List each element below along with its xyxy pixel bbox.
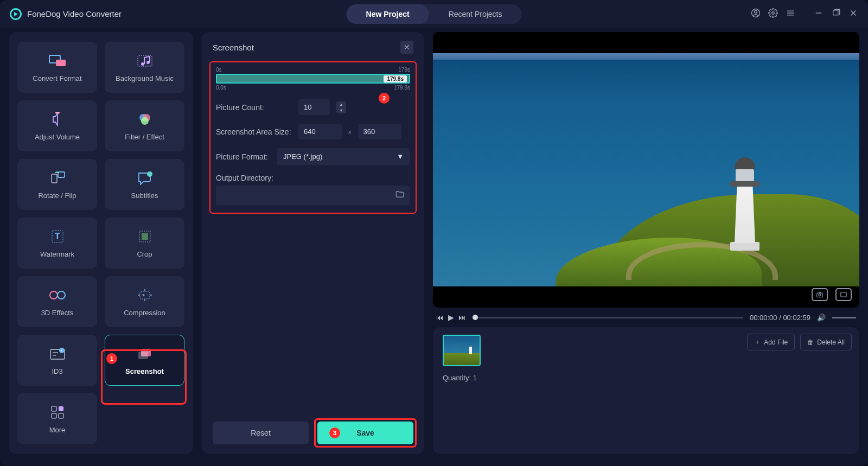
- svg-rect-40: [59, 413, 63, 418]
- tool-label: Screenshot: [125, 367, 164, 375]
- tab-recent-projects[interactable]: Recent Projects: [429, 4, 522, 24]
- timeline[interactable]: 0s179s 179.8s 0.0s179.8s: [216, 67, 410, 91]
- tool-label: Background Music: [116, 74, 174, 82]
- add-file-label: Add File: [764, 339, 788, 346]
- timeline-range-end: 179.8s: [394, 85, 410, 91]
- tool-watermark[interactable]: TWatermark: [17, 218, 97, 269]
- format-value: JPEG (*.jpg): [283, 152, 322, 161]
- background-music-icon: [136, 53, 154, 69]
- save-button[interactable]: 3 Save: [317, 422, 413, 444]
- main-tabs: New Project Recent Projects: [347, 4, 522, 24]
- forward-icon[interactable]: ⏭: [458, 313, 466, 322]
- svg-rect-43: [841, 292, 847, 297]
- tool-panel: Convert FormatBackground MusicAdjust Vol…: [9, 32, 193, 454]
- tool-rotate-flip[interactable]: Rotate / Flip: [17, 159, 97, 210]
- picture-count-stepper[interactable]: ▲▼: [336, 101, 346, 113]
- tool-more[interactable]: More: [17, 393, 97, 444]
- format-select[interactable]: JPEG (*.jpg) ▼: [277, 148, 410, 165]
- timeline-tag: 179.8s: [384, 75, 407, 82]
- file-thumbnail[interactable]: [443, 335, 481, 366]
- delete-all-label: Delete All: [817, 339, 845, 346]
- tool-compression[interactable]: Compression: [105, 276, 184, 327]
- fullscreen-icon[interactable]: [835, 288, 852, 301]
- filter-effect-icon: [136, 111, 154, 127]
- settings-icon[interactable]: [768, 8, 778, 20]
- tool-convert-format[interactable]: Convert Format: [17, 42, 97, 93]
- folder-icon[interactable]: [395, 189, 405, 201]
- minimize-icon[interactable]: [814, 8, 824, 20]
- tool-filter-effect[interactable]: Filter / Effect: [105, 100, 184, 151]
- convert-format-icon: [48, 53, 67, 69]
- svg-rect-7: [833, 10, 838, 15]
- app-logo: FoneDog Video Converter: [10, 8, 122, 20]
- svg-rect-36: [138, 352, 148, 359]
- output-dir-label: Output Directory:: [216, 174, 410, 182]
- add-file-button[interactable]: ＋Add File: [747, 334, 795, 350]
- panel-title: Screenshot: [213, 43, 254, 52]
- 3d-effects-icon: [48, 287, 67, 303]
- subtitles-icon: [136, 170, 154, 186]
- picture-count-input[interactable]: [298, 99, 330, 115]
- delete-all-button[interactable]: 🗑Delete All: [800, 334, 852, 350]
- app-title: FoneDog Video Converter: [27, 9, 122, 18]
- picture-count-label: Picture Count:: [216, 103, 292, 112]
- player-time: 00:00:00 / 00:02:59: [750, 314, 810, 322]
- tool-subtitles[interactable]: Subtitles: [105, 159, 184, 210]
- tool-background-music[interactable]: Background Music: [105, 42, 184, 93]
- tool-label: Subtitles: [131, 191, 158, 200]
- logo-icon: [10, 8, 22, 20]
- tool-label: ID3: [52, 367, 62, 375]
- svg-rect-39: [52, 413, 56, 418]
- chevron-down-icon: ▼: [397, 152, 404, 161]
- svg-point-28: [58, 291, 65, 299]
- capture-icon[interactable]: [812, 288, 828, 301]
- tool-label: Watermark: [40, 250, 74, 258]
- maximize-icon[interactable]: [831, 8, 841, 20]
- timeline-range-start: 0.0s: [216, 85, 226, 91]
- svg-rect-16: [56, 112, 59, 114]
- svg-rect-11: [56, 60, 66, 66]
- svg-text:T: T: [55, 232, 60, 241]
- area-width-input[interactable]: [298, 124, 342, 139]
- reset-button[interactable]: Reset: [213, 422, 309, 444]
- menu-icon[interactable]: [786, 8, 795, 20]
- output-dir-field[interactable]: [216, 186, 410, 205]
- tool-id3[interactable]: ID3: [17, 335, 97, 386]
- rewind-icon[interactable]: ⏮: [436, 313, 444, 322]
- trash-icon: 🗑: [807, 339, 814, 346]
- tool-label: Filter / Effect: [125, 133, 164, 141]
- panel-close-button[interactable]: ✕: [400, 41, 413, 54]
- tab-new-project[interactable]: New Project: [347, 4, 429, 24]
- quantity-label: Quantity: 1: [443, 374, 850, 382]
- callout-3-badge: 3: [329, 427, 340, 438]
- tool-label: More: [49, 426, 66, 434]
- volume-icon[interactable]: 🔊: [817, 314, 826, 322]
- tool-3d-effects[interactable]: 3D Effects: [17, 276, 97, 327]
- volume-slider[interactable]: [832, 317, 856, 318]
- svg-point-19: [141, 117, 149, 125]
- tool-adjust-volume[interactable]: Adjust Volume: [17, 100, 97, 151]
- timeline-start-label: 0s: [216, 67, 222, 73]
- seek-bar[interactable]: [473, 317, 743, 318]
- close-icon[interactable]: [848, 8, 858, 20]
- id3-icon: [48, 346, 67, 362]
- svg-rect-21: [58, 172, 65, 177]
- timeline-end-label: 179s: [398, 67, 410, 73]
- titlebar: FoneDog Video Converter New Project Rece…: [0, 0, 868, 28]
- crop-icon: [136, 228, 154, 245]
- tool-label: Rotate / Flip: [38, 191, 76, 200]
- tool-label: Adjust Volume: [35, 133, 80, 141]
- svg-rect-26: [142, 233, 148, 240]
- area-height-input[interactable]: [358, 124, 401, 139]
- play-icon[interactable]: ▶: [448, 313, 454, 322]
- account-icon[interactable]: [751, 8, 761, 20]
- svg-point-27: [50, 291, 58, 299]
- tool-label: Convert Format: [33, 74, 81, 82]
- tool-label: 3D Effects: [41, 309, 74, 317]
- tool-crop[interactable]: Crop: [105, 218, 184, 269]
- preview-area: ⏮ ▶ ⏭ 00:00:00 / 00:02:59 🔊 ＋Add File 🗑D…: [433, 32, 859, 454]
- settings-panel: Screenshot ✕ 2 0s179s 179.8s 0.0s179.8s …: [202, 32, 424, 454]
- tool-label: Crop: [137, 250, 152, 258]
- svg-rect-37: [52, 406, 56, 411]
- callout-1-badge: 1: [106, 353, 117, 364]
